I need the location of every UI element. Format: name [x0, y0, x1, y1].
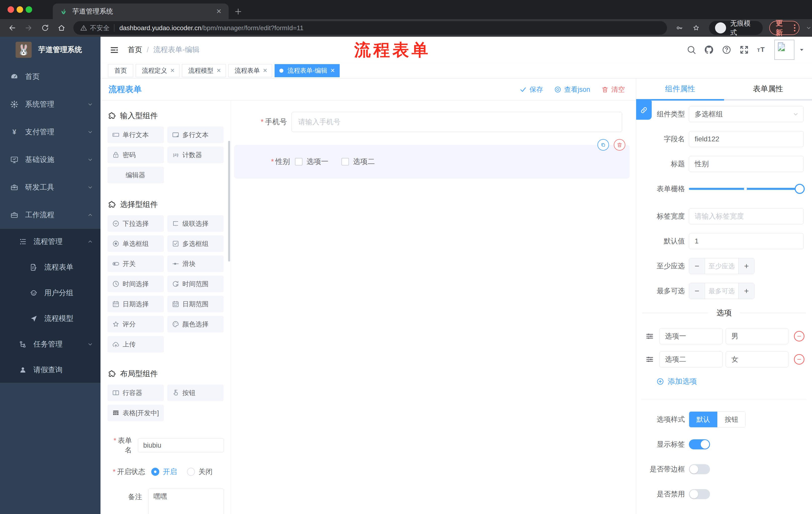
- form-canvas[interactable]: *手机号 *性别 选项一 选项二: [231, 101, 636, 514]
- default-value-input[interactable]: [689, 233, 804, 249]
- gender-option2-label[interactable]: 选项二: [353, 157, 375, 167]
- component-type-select[interactable]: [689, 106, 804, 122]
- minus-button[interactable]: −: [689, 283, 705, 299]
- tab-form-props[interactable]: 表单属性: [724, 78, 812, 101]
- breadcrumb-home[interactable]: 首页: [127, 45, 142, 55]
- sidebar-item-infra[interactable]: 基础设施: [0, 146, 100, 173]
- remove-option-button[interactable]: [794, 331, 805, 342]
- caret-down-icon[interactable]: [799, 47, 805, 53]
- option2-label-input[interactable]: [659, 351, 723, 368]
- option1-label-input[interactable]: [659, 328, 723, 344]
- disabled-toggle[interactable]: [689, 489, 710, 499]
- tag-home[interactable]: 首页: [108, 64, 133, 77]
- max-select-input[interactable]: 最多可选: [705, 283, 738, 299]
- tag-process-form[interactable]: 流程表单 ✕: [228, 64, 272, 77]
- style-default-button[interactable]: 默认: [689, 412, 717, 427]
- sidebar-item-process-mgmt[interactable]: 流程管理: [0, 229, 100, 254]
- sidebar-logo[interactable]: 🐰 芋道管理系统: [0, 37, 100, 63]
- sidebar-item-devtools[interactable]: 研发工具: [0, 173, 100, 201]
- close-icon[interactable]: ✕: [330, 67, 335, 74]
- grid-slider[interactable]: [689, 181, 804, 197]
- sidebar-item-home[interactable]: 首页: [0, 63, 100, 90]
- sidebar-item-process-form[interactable]: 流程表单: [0, 254, 100, 280]
- sidebar-item-task-mgmt[interactable]: 任务管理: [0, 331, 100, 357]
- drag-handle-icon[interactable]: [645, 332, 654, 341]
- drag-handle-icon[interactable]: [645, 355, 654, 364]
- clear-button[interactable]: 清空: [601, 85, 625, 94]
- browser-update-button[interactable]: 更新: [769, 21, 800, 35]
- palette-item-multi-text[interactable]: 多行文本: [167, 127, 224, 143]
- sidebar-item-payment[interactable]: ¥ 支付管理: [0, 118, 100, 146]
- bookmark-star-icon[interactable]: [692, 24, 700, 32]
- palette-item-radio-group[interactable]: 单选框组: [108, 235, 164, 252]
- gender-option2-checkbox[interactable]: [342, 158, 349, 165]
- reload-icon[interactable]: [41, 24, 49, 32]
- sidebar-item-workflow[interactable]: 工作流程: [0, 201, 100, 229]
- canvas-field-gender-selected[interactable]: *性别 选项一 选项二: [234, 145, 630, 179]
- duplicate-field-button[interactable]: [598, 139, 609, 151]
- address-bar[interactable]: 不安全 dashboard.yudao.iocoder.cn /bpm/mana…: [74, 21, 667, 35]
- palette-item-table[interactable]: 表格[开发中]: [108, 405, 164, 421]
- sidebar-item-leave-query[interactable]: 请假查询: [0, 357, 100, 383]
- status-on-radio[interactable]: [151, 468, 159, 476]
- remove-option-button[interactable]: [794, 354, 805, 364]
- tab-close-icon[interactable]: ✕: [216, 7, 222, 15]
- delete-field-button[interactable]: [614, 139, 625, 151]
- browser-tab[interactable]: 芋道管理系统 ✕: [53, 3, 229, 19]
- link-icon-tab[interactable]: [636, 101, 652, 120]
- palette-item-password[interactable]: 密码: [108, 146, 164, 163]
- remark-textarea[interactable]: 嘿嘿: [148, 489, 224, 514]
- plus-button[interactable]: +: [738, 283, 754, 299]
- fullscreen-icon[interactable]: [739, 45, 749, 55]
- palette-item-row-container[interactable]: 行容器: [108, 384, 164, 401]
- border-toggle[interactable]: [689, 464, 710, 474]
- github-icon[interactable]: [704, 45, 714, 55]
- close-icon[interactable]: ✕: [216, 67, 221, 74]
- status-off-label[interactable]: 关闭: [199, 467, 212, 477]
- option1-value-input[interactable]: [726, 328, 788, 344]
- form-name-input[interactable]: [138, 438, 224, 452]
- palette-item-color[interactable]: 颜色选择: [167, 316, 224, 332]
- minus-button[interactable]: −: [689, 258, 705, 274]
- style-button-button[interactable]: 按钮: [717, 412, 746, 427]
- option2-value-input[interactable]: [726, 351, 788, 368]
- palette-item-switch[interactable]: 开关: [108, 255, 164, 272]
- palette-item-editor[interactable]: 编辑器: [108, 167, 164, 183]
- palette-item-counter[interactable]: 123 计数器: [167, 146, 224, 163]
- status-on-label[interactable]: 开启: [163, 467, 177, 477]
- sidebar-item-process-model[interactable]: 流程模型: [0, 306, 100, 331]
- help-icon[interactable]: [722, 45, 732, 55]
- show-label-toggle[interactable]: [689, 439, 710, 450]
- palette-item-select[interactable]: 下拉选择: [108, 215, 164, 232]
- palette-item-slider[interactable]: 滑块: [167, 255, 224, 272]
- tag-process-definition[interactable]: 流程定义 ✕: [136, 64, 179, 77]
- close-icon[interactable]: ✕: [263, 67, 267, 74]
- label-width-input[interactable]: [689, 208, 804, 224]
- palette-scrollbar[interactable]: [228, 141, 230, 262]
- tab-component-props[interactable]: 组件属性: [636, 78, 724, 101]
- status-off-radio[interactable]: [187, 468, 195, 476]
- password-key-icon[interactable]: [675, 24, 684, 32]
- palette-item-single-text[interactable]: 单行文本: [108, 127, 164, 143]
- gender-option1-checkbox[interactable]: [295, 158, 302, 165]
- minimize-window-button[interactable]: [17, 6, 23, 13]
- palette-item-time[interactable]: 时间选择: [108, 276, 164, 292]
- new-tab-button[interactable]: [234, 7, 243, 16]
- palette-item-date-range[interactable]: 日期范围: [167, 296, 224, 312]
- palette-item-rate[interactable]: 评分: [108, 316, 164, 332]
- gender-option1-label[interactable]: 选项一: [307, 157, 328, 167]
- field-name-input[interactable]: [689, 131, 804, 147]
- font-size-icon[interactable]: TT: [757, 45, 767, 55]
- palette-item-cascader[interactable]: 级联选择: [167, 215, 224, 232]
- plus-button[interactable]: +: [738, 258, 754, 274]
- palette-item-time-range[interactable]: 时间范围: [167, 276, 224, 292]
- close-window-button[interactable]: [7, 6, 14, 13]
- slider-handle[interactable]: [795, 184, 805, 194]
- hamburger-icon[interactable]: [110, 45, 119, 55]
- avatar[interactable]: [774, 40, 794, 60]
- forward-icon[interactable]: [24, 24, 33, 32]
- back-icon[interactable]: [8, 24, 16, 32]
- palette-item-upload[interactable]: 上传: [108, 336, 164, 353]
- chevron-down-icon[interactable]: [806, 25, 812, 31]
- home-icon[interactable]: [57, 24, 65, 32]
